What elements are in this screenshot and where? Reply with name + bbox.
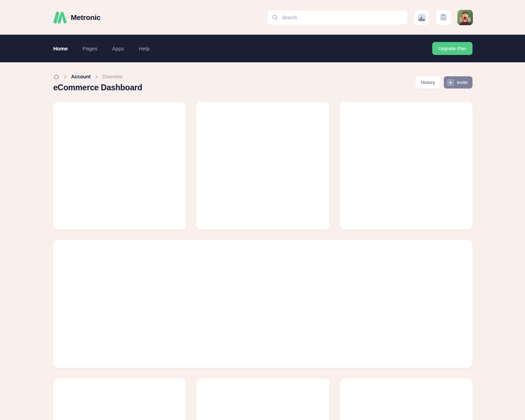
search-input[interactable] [282,15,403,20]
page-head-actions: History Invite [415,76,472,89]
plus-icon [447,79,454,86]
page-content: Account Overview eCommerce Dashboard His… [0,62,525,420]
brand-logo[interactable]: Metronic [53,12,100,23]
breadcrumb-item-overview: Overview [102,74,122,79]
breadcrumb: Account Overview [53,72,142,81]
upgrade-plan-button[interactable]: Upgrade Plan [432,42,473,55]
search-box[interactable] [267,10,407,24]
calendar-icon [439,13,448,22]
chevron-right-icon [63,74,68,79]
nav-item-apps[interactable]: Apps [112,46,124,51]
card-placeholder [53,102,186,230]
search-icon [272,14,278,21]
history-button[interactable]: History [415,76,440,89]
breadcrumb-item-account[interactable]: Account [71,74,91,79]
invite-button[interactable]: Invite [444,76,472,89]
card-placeholder [53,378,186,420]
metronic-logo-icon [53,12,67,23]
invite-button-label: Invite [457,80,468,85]
chevron-right-icon [94,74,99,79]
card-placeholder [196,378,329,420]
nav-item-pages[interactable]: Pages [83,46,98,51]
nav-item-home[interactable]: Home [53,46,68,51]
card-placeholder-wide [53,240,472,368]
nav-menu: Home Pages Apps Help [53,46,149,51]
page-head-left: Account Overview eCommerce Dashboard [53,72,142,92]
chart-widget-button[interactable] [414,10,429,25]
user-avatar[interactable] [457,10,473,25]
card-placeholder [340,378,472,420]
page-title: eCommerce Dashboard [53,83,142,92]
nav-item-help[interactable]: Help [139,46,149,51]
brand-name: Metronic [71,13,100,22]
dashboard-grid [53,102,472,420]
card-placeholder [340,102,472,230]
home-icon[interactable] [53,74,59,80]
calendar-button[interactable] [436,10,451,25]
page-head: Account Overview eCommerce Dashboard His… [53,72,472,92]
chart-widget-icon [417,13,426,22]
main-navbar: Home Pages Apps Help Upgrade Plan [0,35,525,62]
top-header: Metronic [0,0,525,35]
card-placeholder [196,102,329,230]
avatar-image [457,10,473,25]
